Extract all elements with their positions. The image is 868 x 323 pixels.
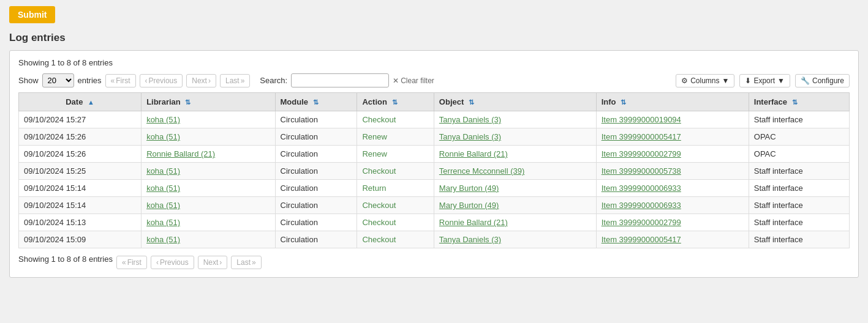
entries-label: entries	[78, 76, 102, 85]
previous-button-bottom[interactable]: Previous	[151, 256, 194, 269]
bottom-controls-row: Showing 1 to 8 of 8 entries First Previo…	[18, 254, 850, 270]
librarian-link[interactable]: Ronnie Ballard (21)	[146, 149, 215, 158]
column-header-librarian[interactable]: Librarian ⇅	[142, 93, 275, 111]
configure-button[interactable]: 🔧 Configure	[795, 74, 850, 87]
cell-interface: Staff interface	[749, 231, 849, 248]
last-button-bottom[interactable]: Last	[231, 256, 261, 269]
cell-librarian: koha (51)	[142, 111, 275, 128]
columns-dropdown-icon: ▼	[722, 76, 730, 85]
cell-info: Item 39999000005417	[596, 128, 749, 146]
column-header-interface[interactable]: Interface ⇅	[749, 93, 849, 111]
next-button-bottom[interactable]: Next	[198, 256, 228, 269]
next-chevron-icon-bottom	[219, 258, 222, 267]
librarian-link[interactable]: koha (51)	[146, 201, 180, 210]
table-body: 09/10/2024 15:27 koha (51) Circulation C…	[19, 111, 850, 248]
info-link[interactable]: Item 39999000005417	[602, 132, 681, 141]
action-value: Return	[362, 184, 386, 193]
search-input[interactable]	[291, 73, 389, 87]
column-header-object[interactable]: Object ⇅	[434, 93, 596, 111]
module-sort-icon: ⇅	[313, 98, 319, 106]
cell-info: Item 39999000019094	[596, 111, 749, 128]
cell-action: Checkout	[357, 214, 434, 231]
interface-column-label: Interface	[754, 97, 787, 106]
cell-object: Ronnie Ballard (21)	[434, 146, 596, 163]
cell-module: Circulation	[275, 128, 357, 146]
cell-interface: OPAC	[749, 146, 849, 163]
object-column-label: Object	[439, 97, 464, 106]
first-button[interactable]: First	[105, 74, 136, 87]
last-button-top-label: Last	[225, 76, 240, 85]
next-button-top-label: Next	[192, 76, 207, 85]
table-row: 09/10/2024 15:27 koha (51) Circulation C…	[19, 111, 850, 128]
object-link[interactable]: Tanya Daniels (3)	[439, 115, 501, 124]
action-value: Renew	[362, 149, 387, 158]
clear-filter-button[interactable]: ✕ Clear filter	[393, 76, 434, 85]
submit-button[interactable]: Submit	[9, 6, 55, 23]
next-button-top[interactable]: Next	[186, 74, 216, 87]
info-link[interactable]: Item 39999000019094	[602, 115, 681, 124]
librarian-link[interactable]: koha (51)	[146, 115, 180, 124]
librarian-link[interactable]: koha (51)	[146, 218, 180, 227]
cell-module: Circulation	[275, 231, 357, 248]
clear-filter-x-icon: ✕	[393, 76, 399, 85]
columns-button-label: Columns	[690, 76, 719, 85]
cell-object: Tanya Daniels (3)	[434, 128, 596, 146]
entries-per-page-select[interactable]: 10 20 50 100	[42, 73, 74, 87]
cell-librarian: koha (51)	[142, 231, 275, 248]
cell-interface: Staff interface	[749, 180, 849, 197]
object-link[interactable]: Mary Burton (49)	[439, 184, 499, 193]
table-row: 09/10/2024 15:13 koha (51) Circulation C…	[19, 214, 850, 231]
cell-date: 09/10/2024 15:09	[19, 231, 142, 248]
cell-action: Checkout	[357, 197, 434, 214]
cell-info: Item 39999000006933	[596, 197, 749, 214]
last-button-top[interactable]: Last	[220, 74, 250, 87]
action-column-label: Action	[362, 97, 387, 106]
previous-button-label: Previous	[149, 76, 178, 85]
showing-top-text: Showing 1 to 8 of 8 entries	[18, 58, 850, 67]
table-row: 09/10/2024 15:14 koha (51) Circulation C…	[19, 197, 850, 214]
librarian-link[interactable]: koha (51)	[146, 166, 180, 176]
librarian-link[interactable]: koha (51)	[146, 235, 180, 244]
cell-interface: OPAC	[749, 128, 849, 146]
column-header-info[interactable]: Info ⇅	[596, 93, 749, 111]
object-link[interactable]: Ronnie Ballard (21)	[439, 149, 508, 158]
info-link[interactable]: Item 39999000005738	[602, 166, 681, 176]
info-link[interactable]: Item 39999000005417	[602, 235, 681, 244]
gear-icon: ⚙	[681, 76, 688, 85]
cell-object: Tanya Daniels (3)	[434, 231, 596, 248]
librarian-link[interactable]: koha (51)	[146, 184, 180, 193]
object-link[interactable]: Mary Burton (49)	[439, 201, 499, 210]
cell-module: Circulation	[275, 197, 357, 214]
object-link[interactable]: Tanya Daniels (3)	[439, 132, 501, 141]
info-link[interactable]: Item 39999000002799	[602, 149, 681, 158]
librarian-sort-icon: ⇅	[185, 98, 191, 106]
cell-object: Tanya Daniels (3)	[434, 111, 596, 128]
cell-date: 09/10/2024 15:27	[19, 111, 142, 128]
column-header-date[interactable]: Date ▲	[19, 93, 142, 111]
cell-action: Renew	[357, 128, 434, 146]
object-link[interactable]: Ronnie Ballard (21)	[439, 218, 508, 227]
table-row: 09/10/2024 15:14 koha (51) Circulation R…	[19, 180, 850, 197]
log-container: Showing 1 to 8 of 8 entries Show 10 20 5…	[9, 50, 859, 278]
column-header-action[interactable]: Action ⇅	[357, 93, 434, 111]
info-link[interactable]: Item 39999000002799	[602, 218, 681, 227]
cell-librarian: koha (51)	[142, 128, 275, 146]
action-value: Checkout	[362, 218, 396, 227]
module-column-label: Module	[281, 97, 309, 106]
column-header-module[interactable]: Module ⇅	[275, 93, 357, 111]
configure-button-label: Configure	[812, 76, 844, 85]
first-double-chevron-icon	[111, 76, 115, 85]
export-button[interactable]: ⬇ Export ▼	[739, 74, 790, 87]
cell-date: 09/10/2024 15:26	[19, 128, 142, 146]
info-link[interactable]: Item 39999000006933	[602, 184, 681, 193]
cell-action: Checkout	[357, 111, 434, 128]
cell-info: Item 39999000005738	[596, 163, 749, 180]
librarian-link[interactable]: koha (51)	[146, 132, 180, 141]
columns-button[interactable]: ⚙ Columns ▼	[676, 74, 734, 87]
first-button-bottom[interactable]: First	[116, 256, 147, 269]
object-link[interactable]: Tanya Daniels (3)	[439, 235, 501, 244]
cell-module: Circulation	[275, 214, 357, 231]
object-link[interactable]: Terrence Mcconnell (39)	[439, 166, 524, 176]
previous-button[interactable]: Previous	[140, 74, 183, 87]
info-link[interactable]: Item 39999000006933	[602, 201, 681, 210]
